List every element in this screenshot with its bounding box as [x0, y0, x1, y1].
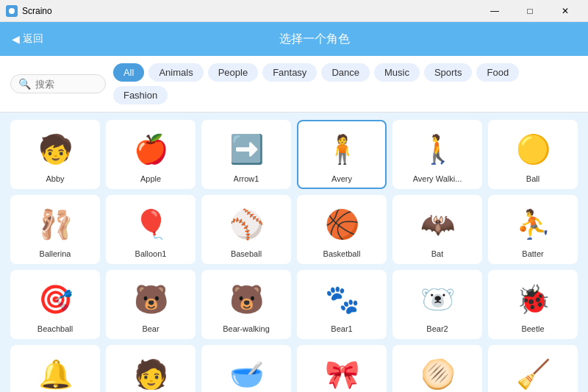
sprite-label: Ball — [526, 174, 539, 183]
sprite-image: 🎀 — [320, 352, 364, 392]
sprite-image: ➡️ — [224, 127, 268, 171]
sprite-label: Bat — [431, 249, 444, 258]
filter-btn-food[interactable]: Food — [476, 63, 519, 82]
maximize-button[interactable]: □ — [513, 0, 547, 22]
back-label: 返回 — [23, 32, 43, 46]
sprite-image: ⚾ — [224, 202, 268, 246]
sprite-image: 🦇 — [415, 202, 459, 246]
sprite-label: Basketball — [323, 249, 361, 258]
sprite-card-bell[interactable]: 🔔Bell — [10, 345, 100, 392]
filter-btn-music[interactable]: Music — [374, 63, 420, 82]
filter-buttons: AllAnimalsPeopleFantasyDanceMusicSportsF… — [113, 63, 578, 104]
sprite-card-avery[interactable]: 🧍Avery — [297, 120, 387, 189]
sprite-image: 🎯 — [33, 277, 77, 321]
sprite-image: 🚶 — [415, 127, 459, 171]
sprite-image: 🧍 — [320, 127, 364, 171]
sprite-card-arrow1[interactable]: ➡️Arrow1 — [201, 120, 291, 189]
sprite-card-basketball[interactable]: 🏀Basketball — [297, 195, 387, 264]
title-bar: Scraino — □ ✕ — [0, 0, 588, 22]
sprite-label: Baseball — [231, 249, 262, 258]
sprite-card-beetle[interactable]: 🐞Beetle — [488, 270, 578, 339]
sprite-label: Apple — [140, 174, 161, 183]
sprite-label: Beetle — [521, 324, 544, 333]
sprite-label: Avery Walki... — [413, 174, 462, 183]
filter-btn-fashion[interactable]: Fashion — [113, 86, 168, 104]
sprite-image: 🐻 — [224, 277, 268, 321]
sprite-image: 🧒 — [33, 127, 77, 171]
sprite-label: Abby — [46, 174, 64, 183]
sprite-card-bowtie[interactable]: 🎀Bowtie — [297, 345, 387, 392]
filter-btn-sports[interactable]: Sports — [424, 63, 473, 82]
close-button[interactable]: ✕ — [548, 0, 582, 22]
sprites-grid: 🧒Abby🍎Apple➡️Arrow1🧍Avery🚶Avery Walki...… — [10, 120, 578, 392]
sprite-label: Bear — [142, 324, 159, 333]
app-header: ◀ 返回 选择一个角色 — [0, 22, 588, 56]
content-area: 🧒Abby🍎Apple➡️Arrow1🧍Avery🚶Avery Walki...… — [0, 113, 588, 392]
sprite-card-avery-walki---[interactable]: 🚶Avery Walki... — [392, 120, 482, 189]
sprite-label: Bear-walking — [223, 324, 270, 333]
title-bar-left: Scraino — [6, 5, 52, 17]
sprite-card-beto[interactable]: 🧑Beto — [106, 345, 196, 392]
window-controls[interactable]: — □ ✕ — [478, 0, 582, 22]
sprite-card-bear[interactable]: 🐻Bear — [106, 270, 196, 339]
toolbar: 🔍 AllAnimalsPeopleFantasyDanceMusicSport… — [0, 56, 588, 113]
sprite-card-apple[interactable]: 🍎Apple — [106, 120, 196, 189]
sprite-label: Bear1 — [331, 324, 352, 333]
sprite-image: 🔔 — [33, 352, 77, 392]
sprite-image: 🐻 — [129, 277, 173, 321]
sprite-label: Arrow1 — [234, 174, 259, 183]
sprite-card-beachball[interactable]: 🎯Beachball — [10, 270, 100, 339]
sprite-card-bowl[interactable]: 🥣Bowl — [201, 345, 291, 392]
sprite-label: Bear2 — [426, 324, 448, 333]
sprite-card-batter[interactable]: ⛹️Batter — [488, 195, 578, 264]
filter-btn-animals[interactable]: Animals — [148, 63, 203, 82]
sprite-card-bear-walking[interactable]: 🐻Bear-walking — [201, 270, 291, 339]
filter-btn-all[interactable]: All — [113, 63, 144, 82]
filter-btn-people[interactable]: People — [208, 63, 258, 82]
filter-btn-fantasy[interactable]: Fantasy — [262, 63, 317, 82]
minimize-button[interactable]: — — [478, 0, 512, 22]
svg-point-0 — [9, 8, 15, 14]
sprite-image: 🐞 — [511, 277, 555, 321]
search-icon: 🔍 — [18, 78, 31, 90]
sprite-image: 🎈 — [129, 202, 173, 246]
search-box[interactable]: 🔍 — [10, 74, 106, 93]
sprite-card-bear2[interactable]: 🐻‍❄️Bear2 — [392, 270, 482, 339]
sprite-image: 🥣 — [224, 352, 268, 392]
search-input[interactable] — [35, 79, 98, 90]
sprite-label: Avery — [331, 174, 352, 183]
sprite-label: Balloon1 — [135, 249, 167, 258]
sprite-image: 🧹 — [511, 352, 555, 392]
sprite-card-bread[interactable]: 🫓Bread — [392, 345, 482, 392]
back-arrow-icon: ◀ — [12, 33, 20, 45]
sprite-image: ⛹️ — [511, 202, 555, 246]
sprite-image: 🫓 — [415, 352, 459, 392]
back-button[interactable]: ◀ 返回 — [12, 32, 43, 46]
sprite-card-broom[interactable]: 🧹Broom — [488, 345, 578, 392]
filter-btn-dance[interactable]: Dance — [321, 63, 370, 82]
sprite-card-ballerina[interactable]: 🩰Ballerina — [10, 195, 100, 264]
sprite-label: Batter — [522, 249, 543, 258]
sprite-image: 🩰 — [33, 202, 77, 246]
sprite-label: Ballerina — [40, 249, 71, 258]
sprite-image: 🧑 — [129, 352, 173, 392]
sprite-card-baseball[interactable]: ⚾Baseball — [201, 195, 291, 264]
sprite-card-balloon1[interactable]: 🎈Balloon1 — [106, 195, 196, 264]
sprite-image: 🐾 — [320, 277, 364, 321]
sprite-image: 🍎 — [129, 127, 173, 171]
sprite-image: 🟡 — [511, 127, 555, 171]
sprite-card-bear1[interactable]: 🐾Bear1 — [297, 270, 387, 339]
app-name: Scraino — [22, 6, 52, 16]
sprite-image: 🐻‍❄️ — [415, 277, 459, 321]
sprite-image: 🏀 — [320, 202, 364, 246]
sprite-card-ball[interactable]: 🟡Ball — [488, 120, 578, 189]
sprite-label: Beachball — [37, 324, 73, 333]
sprite-card-bat[interactable]: 🦇Bat — [392, 195, 482, 264]
app-icon — [6, 5, 18, 17]
page-title: 选择一个角色 — [52, 32, 576, 47]
sprite-card-abby[interactable]: 🧒Abby — [10, 120, 100, 189]
